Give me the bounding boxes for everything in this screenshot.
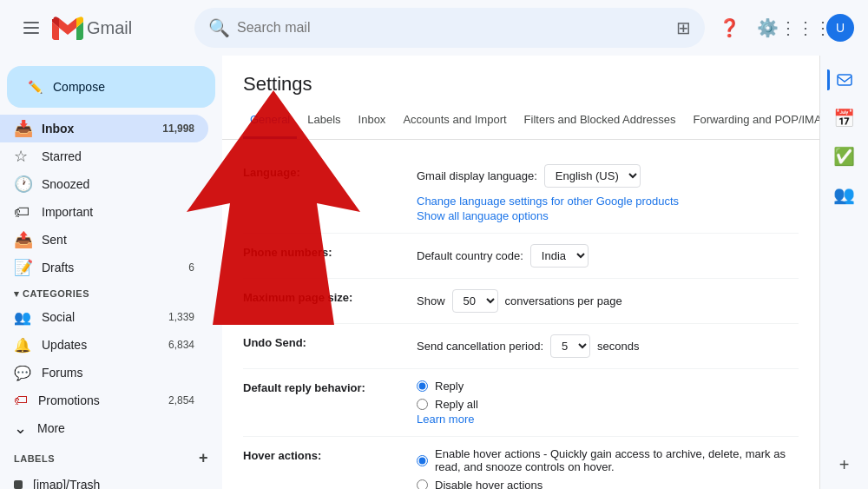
tasks-panel-icon[interactable]: ✅: [827, 139, 862, 174]
sidebar-item-label: Drafts: [42, 261, 178, 274]
more-button[interactable]: ⌄ More: [0, 414, 222, 442]
reply-all-radio[interactable]: [417, 399, 428, 410]
sidebar-item-forums[interactable]: 💬 Forums: [0, 359, 208, 387]
reply-learn-more-link[interactable]: Learn more: [417, 413, 799, 426]
language-select[interactable]: English (US): [544, 164, 641, 188]
show-all-languages-link[interactable]: Show all language options: [417, 209, 799, 222]
drafts-count: 6: [188, 261, 194, 274]
contacts-panel-icon[interactable]: 👥: [827, 177, 862, 212]
tab-accounts[interactable]: Accounts and Import: [396, 102, 513, 139]
tab-inbox[interactable]: Inbox: [352, 102, 393, 139]
phone-control-inner: Default country code: India: [417, 244, 799, 268]
important-icon: 🏷: [14, 203, 31, 221]
language-row: Language: Gmail display language: Englis…: [243, 154, 799, 234]
forums-label: Forums: [42, 366, 194, 380]
reply-radio[interactable]: [417, 380, 428, 392]
topbar-right: ❓ ⚙️ ⋮⋮⋮ U: [712, 10, 854, 45]
sidebar-item-sent[interactable]: 📤 Sent: [0, 226, 208, 254]
show-label: Show: [417, 294, 445, 307]
reply-all-option-label: Reply all: [435, 398, 478, 411]
hover-disable-radio[interactable]: [417, 479, 428, 489]
seconds-label: seconds: [597, 340, 639, 353]
reply-option[interactable]: Reply: [417, 380, 799, 393]
reply-row: Default reply behavior: Reply Reply all …: [243, 369, 799, 437]
settings-body: Language: Gmail display language: Englis…: [222, 140, 819, 489]
hover-enable-radio[interactable]: [417, 455, 428, 466]
sidebar-item-label: Sent: [42, 233, 194, 247]
apps-button[interactable]: ⋮⋮⋮: [788, 10, 823, 45]
calendar-panel-icon[interactable]: 📅: [827, 101, 862, 135]
language-label: Language:: [243, 164, 417, 179]
tab-forwarding[interactable]: Forwarding and POP/IMAP: [686, 102, 819, 139]
compose-button[interactable]: ✏️ Compose: [7, 66, 215, 108]
promotions-count: 2,854: [168, 394, 194, 406]
tab-labels[interactable]: Labels: [300, 102, 347, 139]
undo-send-row: Undo Send: Send cancellation period: 5 s…: [243, 324, 799, 369]
reply-all-option[interactable]: Reply all: [417, 398, 799, 411]
sidebar-item-label: Inbox: [42, 122, 152, 135]
topbar: Gmail 🔍 ⊞ ❓ ⚙️ ⋮⋮⋮ U: [0, 0, 868, 56]
categories-label: ▾ Categories: [14, 288, 89, 300]
settings-title: Settings: [222, 56, 819, 96]
sidebar-item-important[interactable]: 🏷 Important: [0, 198, 208, 226]
menu-icon[interactable]: [14, 10, 49, 45]
pagesize-select[interactable]: 50: [452, 289, 498, 313]
label-dot-icon: [14, 480, 23, 489]
right-panel: 📅 ✅ 👥 +: [819, 56, 868, 489]
gmail-logo: Gmail: [52, 16, 132, 40]
updates-icon: 🔔: [14, 337, 31, 354]
mail-panel-icon[interactable]: [827, 63, 862, 97]
help-button[interactable]: ❓: [712, 10, 746, 45]
settings-content: Settings General Labels Inbox Accounts a…: [222, 56, 819, 489]
hover-row: Hover actions: Enable hover actions - Qu…: [243, 437, 799, 489]
undo-send-label: Undo Send:: [243, 334, 417, 349]
sidebar-item-snoozed[interactable]: 🕐 Snoozed: [0, 170, 208, 198]
hover-enable-option[interactable]: Enable hover actions - Quickly gain acce…: [417, 447, 799, 473]
sidebar-item-inbox[interactable]: 📥 Inbox 11,998: [0, 115, 208, 142]
phone-row: Phone numbers: Default country code: Ind…: [243, 234, 799, 279]
undo-send-control: Send cancellation period: 5 seconds: [417, 334, 799, 358]
avatar[interactable]: U: [826, 14, 854, 42]
promotions-icon: 🏷: [14, 393, 28, 408]
social-count: 1,339: [168, 311, 194, 323]
filter-icon[interactable]: ⊞: [676, 17, 691, 38]
labels-label: Labels: [14, 453, 55, 464]
sidebar-item-starred[interactable]: ☆ Starred: [0, 142, 208, 170]
svg-rect-1: [23, 27, 39, 29]
hover-disable-label: Disable hover actions: [435, 479, 542, 489]
inbox-count: 11,998: [162, 122, 194, 135]
sidebar-item-label: Snoozed: [42, 177, 194, 191]
change-language-link[interactable]: Change language settings for other Googl…: [417, 195, 679, 208]
add-panel-icon[interactable]: +: [827, 447, 862, 482]
pagesize-control: Show 50 conversations per page: [417, 289, 799, 313]
sidebar-item-promotions[interactable]: 🏷 Promotions 2,854: [0, 387, 208, 414]
pagesize-inner: Show 50 conversations per page: [417, 289, 799, 313]
pagesize-row: Maximum page size: Show 50 conversations…: [243, 279, 799, 324]
undo-inner: Send cancellation period: 5 seconds: [417, 334, 799, 358]
search-input[interactable]: [237, 20, 669, 36]
search-bar[interactable]: 🔍 ⊞: [194, 8, 705, 48]
country-code-select[interactable]: India: [530, 244, 589, 268]
updates-count: 6,834: [168, 339, 194, 351]
inbox-icon: 📥: [14, 119, 31, 138]
svg-rect-3: [838, 75, 852, 85]
per-page-text: conversations per page: [505, 294, 622, 307]
hover-disable-option[interactable]: Disable hover actions: [417, 479, 799, 489]
label-imap-trash[interactable]: [imap]/Trash: [0, 471, 208, 489]
tab-general[interactable]: General: [243, 102, 297, 139]
starred-icon: ☆: [14, 147, 31, 166]
categories-header: ▾ Categories: [0, 281, 222, 303]
compose-label: Compose: [53, 80, 105, 94]
promotions-label: Promotions: [38, 393, 158, 407]
labels-header: Labels +: [0, 442, 222, 471]
tab-filters[interactable]: Filters and Blocked Addresses: [517, 102, 683, 139]
add-label-button[interactable]: +: [199, 449, 208, 467]
cancel-period-label: Send cancellation period:: [417, 340, 543, 353]
sidebar-item-updates[interactable]: 🔔 Updates 6,834: [0, 331, 208, 359]
cancel-period-select[interactable]: 5: [550, 334, 590, 358]
language-control-inner: Gmail display language: English (US) Cha…: [417, 164, 799, 208]
sidebar-item-social[interactable]: 👥 Social 1,339: [0, 303, 208, 331]
sidebar-item-drafts[interactable]: 📝 Drafts 6: [0, 254, 208, 281]
label-imap-trash-label: [imap]/Trash: [33, 478, 100, 489]
hover-options: Enable hover actions - Quickly gain acce…: [417, 447, 799, 489]
